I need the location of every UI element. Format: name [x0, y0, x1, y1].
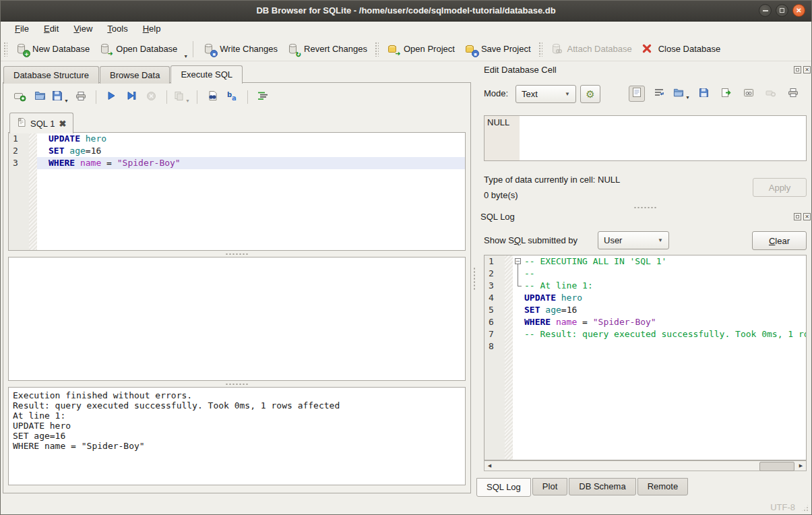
sql-editor-toolbar: ▼ ▼ ba	[11, 88, 271, 107]
open-project-button[interactable]: ➜ Open Project	[382, 40, 460, 58]
maximize-icon	[780, 8, 784, 13]
statusbar: UTF-8	[1, 497, 811, 515]
menu-view[interactable]: View	[66, 21, 100, 37]
apply-button: Apply	[753, 178, 807, 197]
import-data-button[interactable]: ▼	[673, 86, 690, 102]
dock-tab-remote[interactable]: Remote	[637, 478, 689, 495]
attach-database-button: Attach Database	[546, 40, 637, 58]
splitter-handle[interactable]	[8, 251, 466, 257]
save-sql-dropdown-icon[interactable]: ▼	[64, 98, 69, 105]
save-data-button[interactable]	[696, 86, 712, 102]
results-pane[interactable]	[8, 257, 466, 381]
print-icon	[788, 88, 799, 100]
cell-value-editor[interactable]: NULL	[484, 115, 807, 161]
db-browser-window: DB Browser for SQLite - /home/user/code/…	[0, 0, 812, 515]
save-data-icon	[699, 88, 709, 100]
mode-value: Text	[522, 89, 538, 99]
open-sql-file-button[interactable]	[32, 89, 48, 105]
main-tabbar: Database Structure Browse Data Execute S…	[3, 65, 243, 84]
new-database-button[interactable]: + New Database	[11, 40, 94, 58]
close-icon: ✕	[796, 7, 801, 14]
clear-log-button[interactable]: Clear	[752, 231, 807, 250]
find-replace-button[interactable]	[204, 89, 220, 105]
new-database-icon: +	[15, 43, 28, 55]
auto-apply-button[interactable]: ⚙	[580, 85, 600, 103]
close-database-icon	[642, 43, 654, 55]
import-data-icon	[673, 88, 684, 100]
maximize-button[interactable]	[776, 4, 788, 17]
sql-log-view[interactable]: 1-- EXECUTING ALL IN 'SQL 1'2--3-- At li…	[484, 255, 807, 460]
new-sql-tab-icon	[13, 90, 26, 104]
open-database-icon: ➜	[99, 43, 111, 55]
close-icon[interactable]	[803, 66, 811, 73]
mode-combobox[interactable]: Text ▼	[516, 85, 576, 103]
attach-database-icon	[551, 43, 563, 55]
toolbar-handle[interactable]	[538, 42, 542, 57]
gear-icon: ⚙	[586, 88, 594, 100]
float-icon[interactable]	[794, 213, 801, 220]
splitter-handle[interactable]	[484, 205, 807, 210]
revert-changes-button[interactable]: ↻ Revert Changes	[282, 40, 372, 58]
tab-database-structure[interactable]: Database Structure	[3, 66, 99, 84]
toolbar-handle[interactable]	[375, 42, 379, 57]
dock-tab-plot[interactable]: Plot	[532, 478, 567, 495]
find-replace-icon	[207, 90, 218, 104]
dock-tab-sql-log[interactable]: SQL Log	[476, 478, 531, 497]
print-cell-button[interactable]	[785, 86, 801, 102]
close-sql-tab-icon[interactable]: ✖	[59, 119, 66, 129]
write-changes-button[interactable]: ▪ Write Changes	[198, 40, 282, 58]
minimize-button[interactable]	[759, 4, 772, 17]
minimize-icon	[763, 10, 768, 11]
execute-sql-panel: ▼ ▼ ba	[3, 82, 471, 493]
close-database-button[interactable]: Close Database	[637, 40, 726, 58]
sql-document-tab[interactable]: SQL 1 ✖	[9, 113, 73, 133]
menubar: File Edit View Tools Help	[1, 21, 812, 37]
set-null-icon	[766, 88, 776, 100]
word-wrap-button[interactable]	[255, 89, 271, 105]
horizontal-scrollbar[interactable]: ◀ ▶	[484, 460, 807, 471]
text-view-icon	[632, 87, 642, 100]
edit-cell-title: Edit Database Cell	[484, 65, 557, 75]
print-button[interactable]	[73, 89, 89, 105]
scroll-right-icon[interactable]: ▶	[796, 461, 806, 471]
scroll-left-icon[interactable]: ◀	[485, 461, 495, 471]
encoding-label: UTF-8	[770, 502, 795, 512]
main-splitter[interactable]	[472, 65, 477, 493]
tab-execute-sql[interactable]: Execute SQL	[170, 65, 243, 84]
word-wrap-button[interactable]	[651, 86, 667, 102]
open-sql-file-icon	[34, 90, 46, 104]
menu-tools[interactable]: Tools	[100, 21, 135, 37]
close-button[interactable]: ✕	[792, 4, 805, 17]
export-data-button[interactable]	[718, 86, 735, 102]
edit-cell-dock-controls	[794, 66, 811, 73]
open-database-button[interactable]: ➜ Open Database	[94, 40, 182, 58]
menu-help[interactable]: Help	[135, 21, 168, 37]
close-icon[interactable]	[803, 213, 811, 220]
toolbar-handle[interactable]	[3, 42, 7, 57]
format-sql-button[interactable]: ba	[224, 89, 241, 105]
export-data-icon	[721, 88, 732, 100]
dock-tab-db-schema[interactable]: DB Schema	[569, 478, 635, 495]
splitter-handle[interactable]	[8, 381, 466, 387]
float-icon[interactable]	[794, 66, 801, 73]
save-sql-file-button[interactable]: ▼	[52, 89, 69, 105]
scrollbar-thumb[interactable]	[759, 462, 794, 471]
resize-grip[interactable]	[801, 504, 809, 512]
new-sql-tab-button[interactable]	[11, 89, 28, 105]
sql-editor[interactable]: 1UPDATE hero2SET age=163WHERE name = "Sp…	[8, 132, 466, 251]
execute-line-button[interactable]	[123, 89, 139, 105]
cell-size-info: 0 byte(s)	[484, 190, 518, 200]
sql-tab-label: SQL 1	[30, 119, 55, 129]
text-view-button[interactable]	[629, 86, 645, 102]
execution-message-pane[interactable]: Execution finished without errors.Result…	[8, 387, 466, 485]
log-filter-combobox[interactable]: User ▼	[598, 231, 669, 249]
tab-browse-data[interactable]: Browse Data	[100, 66, 170, 84]
menu-file[interactable]: File	[7, 21, 36, 37]
open-database-dropdown-icon[interactable]: ▼	[183, 54, 188, 61]
execute-all-icon	[106, 91, 116, 103]
link-data-button[interactable]	[741, 86, 757, 102]
menu-edit[interactable]: Edit	[36, 21, 66, 37]
save-project-button[interactable]: ▪ Save Project	[460, 40, 536, 58]
execute-all-button[interactable]	[103, 89, 119, 105]
chevron-down-icon: ▼	[559, 91, 570, 97]
